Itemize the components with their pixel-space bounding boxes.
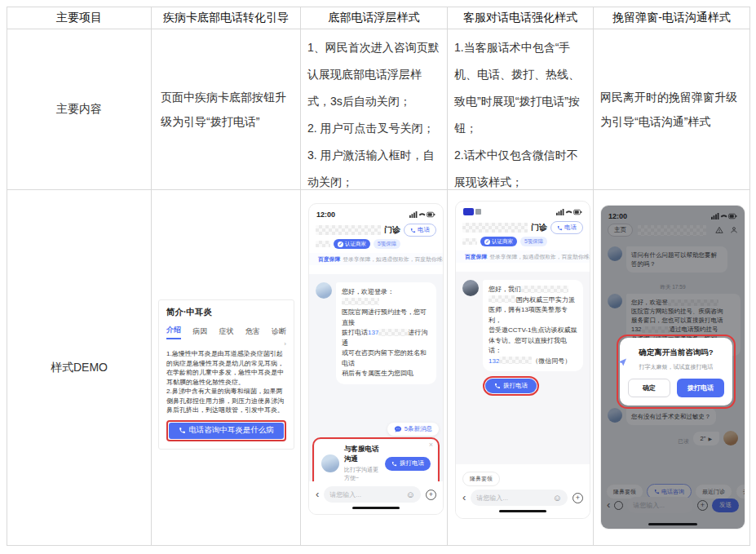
merchant-header: 门诊 电话 [309, 220, 443, 237]
new-messages-pill[interactable]: 5条新消息 [387, 423, 439, 436]
emoji-icon[interactable]: ☺ [406, 490, 415, 499]
pill-label: 5条新消息 [405, 425, 432, 433]
content-text: 页面中疾病卡底部按钮升级为引导“拨打电话” [161, 85, 291, 134]
plus-icon[interactable]: + [426, 490, 436, 500]
modal-call-button[interactable]: 拨打电话 [677, 379, 724, 397]
tab-cause[interactable]: 病因 [192, 326, 207, 339]
tab-intro[interactable]: 介绍 [166, 325, 181, 339]
float-title: 与客服电话沟通 [344, 445, 380, 464]
body-paragraph: 1.急慢性中耳炎是由耳道感染炎症菌引起的病症是急慢性耳炎是幼儿的常见耳病，在学龄… [166, 349, 286, 387]
censored-merchant-name [316, 225, 381, 235]
header-label: 疾病卡底部电话转化引导 [163, 11, 289, 25]
input-bar: ‹ 请您输入...☺ + [309, 481, 443, 514]
phone-icon [557, 225, 563, 231]
phone-consult-button[interactable]: 电话咨询中耳炎是什么病 [169, 423, 284, 439]
call-float-layer: 与客服电话沟通 比打字沟通更方便~ 拨打电话 × [315, 440, 437, 487]
modal-subtitle: 打字太麻烦，试试直接打电话 [626, 363, 726, 371]
chat-bubble: 您好，我们 国内权威三甲实力派 医师，拥有13项医美整形专利， 曾受邀CCTV-… [483, 280, 583, 371]
censored-block [342, 298, 379, 305]
merchant-header: 门诊 电话 [456, 218, 590, 234]
button-label: 拨打电话 [400, 459, 424, 468]
badge-label: 认证商家 [492, 238, 513, 246]
message-text: （微信同号） [532, 357, 571, 365]
message-text: 医院官网进行预约挂号，您可直接 [342, 308, 427, 326]
header-disease-card: 疾病卡底部电话转化引导 [152, 7, 301, 29]
modal-title: 确定离开当前咨询吗? [626, 348, 726, 358]
chevron-right-icon[interactable]: › [166, 340, 286, 348]
content-service-dialog: 1.当客服话术中包含“手机、电话、拨打、热线、致电”时展现“拨打电话”按钮； 2… [448, 29, 594, 190]
call-button[interactable]: 拨打电话 [385, 457, 431, 471]
row-label-content: 主要内容 [7, 29, 152, 190]
check-icon: ✓ [484, 239, 490, 245]
confirm-leave-button[interactable]: 确定 [628, 379, 670, 397]
message-text: 您好，欢迎登录： [342, 288, 394, 295]
tab-diagnosis[interactable]: 诊断 [272, 326, 286, 339]
phone-number-link[interactable]: 132 [489, 357, 499, 365]
signal-wifi-battery-icon [556, 208, 582, 216]
baidu-guarantee-banner[interactable]: 百度保障 登录享保障，如遇虚假欺诈，百度助你维权 › [456, 250, 590, 263]
button-label: 电话 [564, 224, 577, 232]
content-retain-popup: 网民离开时的挽留弹窗升级为引导“电话沟通”样式 [594, 29, 750, 190]
row-label: 样式DEMO [51, 361, 108, 375]
back-icon[interactable]: ‹ [316, 490, 319, 499]
input-bar: 隆鼻要领 ‹ 请您输入...☺ + [456, 464, 590, 518]
input-placeholder: 请您输入... [476, 494, 508, 503]
quick-question-chip[interactable]: 隆鼻要领 [462, 472, 500, 486]
close-icon[interactable]: × [429, 441, 433, 449]
message-text: 或可在咨页内留下您的姓名和电话 [342, 349, 427, 367]
censored-block [378, 329, 408, 336]
input-placeholder: 请您输入... [329, 490, 361, 499]
tab-harm[interactable]: 危害 [245, 326, 260, 339]
float-texts: 与客服电话沟通 比打字沟通更方便~ [344, 445, 380, 482]
message-text: 国内权威三甲实力派 [516, 296, 575, 304]
call-button[interactable]: 拨打电话 [485, 379, 537, 393]
message-input[interactable]: 请您输入...☺ [471, 490, 568, 506]
chat-message: 您好，欢迎登录： 医院官网进行预约挂号，您可直接 拨打电话137进行沟通 或可在… [309, 274, 443, 384]
banner-text: 登录享保障，如遇虚假欺诈，百度助你维权 [489, 253, 590, 261]
guarantee-badge: 5项保障 [374, 239, 400, 249]
signal-wifi-battery-icon [409, 211, 435, 219]
badge-row: ✓认证商家 5项保障 [456, 234, 590, 246]
emoji-icon[interactable]: ☺ [553, 493, 562, 503]
disease-card-body: 1.急慢性中耳炎是由耳道感染炎症菌引起的病症是急慢性耳炎是幼儿的常见耳病，在学龄… [166, 349, 286, 415]
censored-block [499, 357, 532, 364]
header-main-items: 主要项目 [7, 7, 152, 29]
demo-disease-card-cell: 简介·中耳炎 介绍 病因 症状 危害 诊断 › 1.急慢性中耳炎是由耳道感染炎症… [152, 190, 301, 546]
phone-mockup-retain: 12:00 主页 请问有什么问题可以帮助您要解答的吗？ 昨天 17:59 您好，… [600, 205, 745, 530]
merchant-title: 门诊 [384, 224, 400, 236]
highlight-box: 确定离开当前咨询吗? 打字太麻烦，试试直接打电话 确定 拨打电话 [617, 335, 736, 409]
back-icon[interactable]: ‹ [462, 494, 466, 502]
leave-confirm-modal: 确定离开当前咨询吗? 打字太麻烦，试试直接打电话 确定 拨打电话 [620, 338, 732, 406]
verified-badge: ✓认证商家 [480, 237, 517, 246]
highlight-box: 拨打电话 [483, 376, 539, 396]
phone-number-link[interactable]: 137 [368, 329, 378, 336]
tab-symptom[interactable]: 症状 [219, 326, 234, 339]
comparison-table: 主要项目 疾病卡底部电话转化引导 底部电话浮层样式 客服对话电话强化样式 挽留弹… [7, 7, 750, 546]
clock: 12:00 [316, 211, 335, 219]
baidu-guarantee-banner[interactable]: 百度保障 登录享保障，如遇虚假欺诈，百度助你维权 › [309, 253, 443, 265]
button-label: 电话咨询中耳炎是什么病 [188, 425, 274, 436]
banner-brand: 百度保障 [465, 253, 487, 261]
button-label: 电话 [418, 226, 430, 234]
content-line: 1.当客服话术中包含“手机、电话、拨打、热线、致电”时展现“拨打电话”按钮； [454, 34, 586, 142]
guarantee-badge: 5项保障 [520, 237, 547, 246]
header-call-button[interactable]: 电话 [550, 221, 583, 234]
status-bar [456, 202, 590, 218]
content-bottom-float: 1、网民首次进入咨询页默认展现底部电话浮层样式，3s后自动关闭； 2. 用户可点… [301, 29, 448, 190]
message-text: 稍后有专属医生为您回电 [342, 370, 413, 377]
message-input[interactable]: 请您输入...☺ [324, 486, 421, 503]
row-label-demo: 样式DEMO [7, 190, 152, 546]
disease-card: 简介·中耳炎 介绍 病因 症状 危害 诊断 › 1.急慢性中耳炎是由耳道感染炎症… [158, 299, 294, 450]
demo-service-dialog-cell: 门诊 电话 ✓认证商家 5项保障 百度保障 登录享保障，如遇虚假欺诈，百度助你维… [448, 190, 594, 546]
plus-icon[interactable]: + [573, 493, 583, 503]
paper-plane-icon [617, 357, 627, 367]
censored-block [462, 238, 477, 245]
header-call-button[interactable]: 电话 [404, 224, 436, 237]
message-text: 曾受邀CCTV-1焦点访谈权威媒 [489, 326, 577, 334]
header-label: 主要项目 [56, 11, 102, 25]
highlight-box: 电话咨询中耳炎是什么病 [166, 420, 286, 441]
banner-brand: 百度保障 [318, 255, 340, 264]
censored-merchant-name [462, 223, 528, 233]
censored-block [521, 286, 568, 293]
disease-card-tabs: 介绍 病因 症状 危害 诊断 [166, 325, 286, 339]
